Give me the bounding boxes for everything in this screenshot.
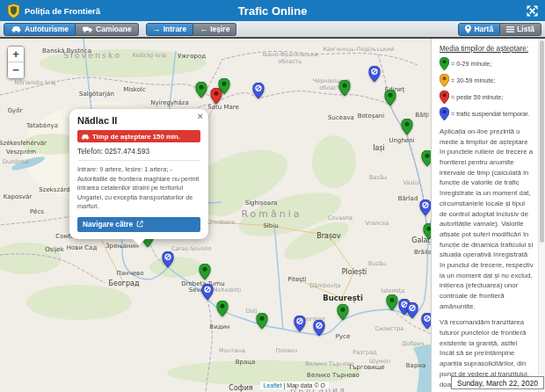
map-label: Vaslui [403,179,419,186]
zoom-out-button[interactable]: − [8,62,24,78]
sidebar-scrollbar[interactable] [538,39,545,392]
map-label: Видин [209,323,229,330]
arrow-right-icon: → [153,25,161,33]
map-marker-blue[interactable] [407,302,418,318]
brand[interactable]: Poliția de Frontieră [7,4,100,18]
map-label: Brăila [414,249,431,256]
popup-phone: Telefon: 0257.474.593 [77,147,200,161]
button-label: Ieșire [210,25,229,33]
map-marker-green[interactable] [402,119,413,134]
map-marker-green[interactable] [196,82,207,98]
filter-camioane-button[interactable]: Camioane [76,23,139,36]
map-label: Русе [336,333,351,340]
map[interactable]: SlovenskoKošický krajNitriansky krajBans… [0,39,431,392]
map-label: Bălți [415,112,429,119]
legend-item-yellow: = 30-59 minute; [440,74,495,87]
map-marker-red[interactable] [211,88,222,104]
button-label: Autoturisme [25,25,69,33]
popup-description: Intrare: 9 artere, Iesire: 1 artera; - A… [77,165,200,212]
map-label: Bacău [369,174,387,181]
map-marker-blue[interactable] [422,313,432,329]
legend-item-blue: = trafic suspendat temporar. [440,107,529,120]
wait-time-label: Timp de așteptare 150 min. [92,133,180,141]
map-marker-blue[interactable] [163,251,174,267]
brand-label: Poliția de Frontieră [25,6,100,16]
map-pin-icon [465,25,471,33]
view-lista-button[interactable]: Listă [500,23,541,36]
button-label: Intrare [164,25,186,33]
map-label: Силистра [375,325,404,332]
map-marker-green[interactable] [387,294,398,310]
filter-intrare-button[interactable]: → Intrare [146,23,193,36]
map-marker-green[interactable] [422,150,432,166]
legend-title: Media timpilor de așteptare: [440,45,534,53]
map-marker-green[interactable] [200,264,211,279]
map-label: Nitriansky kraj [15,79,56,86]
filter-autoturisme-button[interactable]: Autoturisme [4,23,76,36]
leaflet-link[interactable]: Leaflet [264,382,282,388]
map-label: Шумен [369,358,390,365]
map-label: Добрич [402,340,424,347]
map-label: Bârlad [398,195,418,202]
blue-pin-icon [440,107,449,120]
map-label: Ungheni [389,137,414,144]
border-police-logo-icon [7,4,20,18]
car-icon [11,25,22,33]
filter-iesire-button[interactable]: ← Ieșire [193,23,236,36]
map-marker-blue[interactable] [420,200,432,215]
map-label: Osijek [45,246,63,253]
sidebar-scrollbar-thumb[interactable] [540,40,544,243]
map-label: Нови Сад [67,244,97,251]
map-marker-blue[interactable] [369,66,381,82]
map-label: Brașov [316,232,340,240]
map-label: Mehedinți [213,287,241,294]
vehicle-filter-group: Autoturisme Camioane [4,23,139,36]
map-marker-green[interactable] [339,80,351,96]
legend-label: = peste 59 minute; [451,93,503,101]
navigate-button[interactable]: Navigare către [77,217,200,232]
map-marker-green[interactable] [385,90,396,105]
button-label: Camioane [96,25,132,33]
map-marker-green[interactable] [257,313,268,329]
map-label: Iași [373,144,385,152]
navigate-label: Navigare către [83,220,133,229]
external-link-icon [136,221,143,228]
map-label: Tatabánya [26,122,58,129]
expand-icon[interactable] [527,5,538,17]
map-label: Caraș-Severin [171,245,211,252]
map-label: Covasna [328,214,352,221]
map-label: Івано-Франківська [262,51,317,58]
map-label: Dolj [246,308,258,315]
map-label: Sighișoara [245,200,278,207]
direction-filter-group: → Intrare ← Ieșire [146,23,237,36]
map-label: Враца [236,359,256,366]
map-marker-blue[interactable] [294,316,306,331]
toolbar: Autoturisme Camioane → Intrare ← Ieșire [0,21,545,39]
map-label: Dunántúl [3,158,29,165]
map-marker-blue[interactable] [253,83,265,98]
map-label: Београд [108,279,139,287]
map-label: Панчево [117,270,144,277]
map-label: Ploiești [342,268,367,276]
map-marker-green[interactable] [217,301,229,316]
map-label: Győr [8,107,23,114]
map-label: область [278,58,302,65]
view-harta-button[interactable]: Hartă [458,23,500,36]
close-icon[interactable]: × [198,111,203,121]
map-label: Satu Mare [207,104,239,111]
zoom-in-button[interactable]: + [8,47,24,62]
map-label: Ialomița [382,287,404,294]
map-label: Vrancea [366,220,389,227]
list-icon [506,26,514,33]
map-marker-green[interactable] [338,304,349,320]
legend-label: = 0-29 minute; [451,60,491,68]
map-label: Плевен [275,347,297,354]
map-marker-green[interactable] [424,223,432,239]
sidebar-description: Aplicația on-line prezintă o medie a tim… [440,127,534,392]
map-label: Pécs [30,208,44,215]
map-marker-blue[interactable] [202,284,214,300]
map-marker-blue[interactable] [314,320,325,336]
map-popup: × Nădlac II Timp de așteptare 150 min. T… [69,109,208,239]
map-label: Pitești [287,276,306,283]
map-label: Кам'янець-Подільський [323,46,395,53]
